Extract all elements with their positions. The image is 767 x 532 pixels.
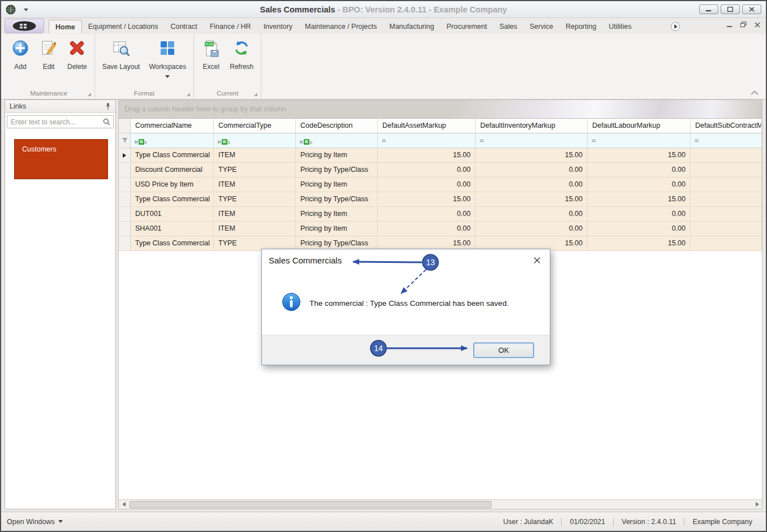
dialog-close-icon[interactable] — [531, 254, 543, 266]
grid-cell[interactable]: 15.00 — [476, 192, 588, 207]
tab-manufacturing[interactable]: Manufacturing — [383, 20, 440, 33]
ok-button[interactable]: OK — [473, 343, 534, 358]
grid-cell[interactable] — [691, 192, 762, 207]
ribbon-collapse-icon[interactable] — [750, 90, 759, 96]
tab-utilities[interactable]: Utilities — [602, 20, 637, 33]
pin-icon[interactable] — [105, 103, 111, 110]
column-header[interactable]: CommercialName — [131, 119, 214, 133]
filter-cell[interactable]: RBc — [131, 133, 214, 148]
grid-cell[interactable]: Pricing by Item — [296, 222, 378, 236]
group-launcher-icon[interactable] — [187, 93, 190, 96]
grid-cell[interactable]: 0.00 — [476, 222, 588, 236]
grid-cell[interactable]: 0.00 — [588, 207, 691, 222]
grid-cell[interactable] — [691, 163, 762, 178]
filter-cell[interactable]: = — [691, 133, 762, 148]
column-header[interactable]: DefaultLabourMarkup — [588, 119, 691, 133]
grid-cell[interactable]: 0.00 — [378, 178, 476, 192]
table-row[interactable]: Type Class CommercialITEMPricing by Item… — [119, 148, 762, 163]
customers-tile[interactable]: Customers — [14, 139, 108, 179]
add-button[interactable]: Add — [6, 35, 35, 72]
search-icon[interactable] — [103, 118, 110, 126]
grid-cell[interactable]: ITEM — [214, 148, 296, 163]
grid-cell[interactable]: 0.00 — [588, 222, 691, 236]
application-menu-button[interactable] — [5, 19, 44, 33]
tab-inventory[interactable]: Inventory — [257, 20, 299, 33]
grid-cell[interactable]: Pricing by Item — [296, 178, 378, 192]
save-layout-button[interactable]: Save Layout — [98, 35, 145, 72]
ribbon-close-icon[interactable] — [755, 22, 760, 28]
minimize-button[interactable] — [699, 5, 718, 14]
table-row[interactable]: SHA001ITEMPricing by Item0.000.000.00 — [119, 222, 762, 236]
grid-cell[interactable]: 15.00 — [588, 236, 691, 251]
grid-cell[interactable]: 15.00 — [378, 148, 476, 163]
grid-cell[interactable]: 0.00 — [476, 163, 588, 178]
grid-cell[interactable]: ITEM — [214, 178, 296, 192]
filter-row-icon[interactable] — [119, 133, 131, 148]
table-row[interactable]: Discount CommercialTYPEPricing by Type/C… — [119, 163, 762, 178]
grid-cell[interactable]: 0.00 — [588, 163, 691, 178]
grid-cell[interactable]: Pricing by Type/Class — [296, 163, 378, 178]
excel-button[interactable]: XLSX Excel — [197, 35, 225, 72]
grid-cell[interactable]: USD Price by Item — [131, 178, 214, 192]
grid-cell[interactable]: SHA001 — [131, 222, 214, 236]
grid-cell[interactable]: 0.00 — [476, 178, 588, 192]
grid-cell[interactable]: ITEM — [214, 207, 296, 222]
filter-cell[interactable]: = — [588, 133, 691, 148]
ribbon-restore-icon[interactable] — [740, 21, 747, 28]
column-header[interactable]: CodeDescription — [296, 119, 378, 133]
grid-cell[interactable]: 0.00 — [378, 207, 476, 222]
tab-scroll-right-icon[interactable] — [671, 22, 680, 31]
group-launcher-icon[interactable] — [88, 93, 91, 96]
grid-cell[interactable]: 0.00 — [378, 222, 476, 236]
table-row[interactable]: DUT001ITEMPricing by Item0.000.000.00 — [119, 207, 762, 222]
table-row[interactable]: USD Price by ItemITEMPricing by Item0.00… — [119, 178, 762, 192]
scroll-left-icon[interactable] — [119, 500, 128, 509]
grid-cell[interactable]: ITEM — [214, 222, 296, 236]
grid-cell[interactable] — [691, 222, 762, 236]
grid-cell[interactable]: 15.00 — [476, 148, 588, 163]
grid-cell[interactable]: 15.00 — [378, 192, 476, 207]
grid-cell[interactable]: 15.00 — [588, 148, 691, 163]
ribbon-minimize-icon[interactable] — [727, 22, 732, 28]
horizontal-scrollbar[interactable] — [119, 499, 762, 509]
column-header[interactable]: CommercialType — [214, 119, 296, 133]
grid-cell[interactable]: TYPE — [214, 163, 296, 178]
column-header[interactable]: DefaultAssetMarkup — [378, 119, 476, 133]
tab-finance-hr[interactable]: Finance / HR — [204, 20, 257, 33]
tab-reporting[interactable]: Reporting — [559, 20, 602, 33]
grid-cell[interactable]: Pricing by Item — [296, 207, 378, 222]
column-header[interactable]: DefaultSubContractM — [691, 119, 762, 133]
workspaces-button[interactable]: Workspaces — [144, 35, 191, 79]
grid-cell[interactable]: Type Class Commercial — [131, 236, 214, 251]
filter-cell[interactable]: = — [476, 133, 588, 148]
grid-cell[interactable] — [691, 236, 762, 251]
grid-cell[interactable]: Type Class Commercial — [131, 148, 214, 163]
grid-cell[interactable]: DUT001 — [131, 207, 214, 222]
grid-cell[interactable] — [691, 148, 762, 163]
tab-procurement[interactable]: Procurement — [440, 20, 493, 33]
app-icon[interactable] — [6, 5, 16, 15]
delete-button[interactable]: Delete — [63, 35, 92, 72]
grid-cell[interactable]: 15.00 — [588, 192, 691, 207]
scroll-right-icon[interactable] — [752, 500, 762, 509]
maximize-button[interactable] — [721, 5, 740, 14]
grid-cell[interactable]: Pricing by Type/Class — [296, 192, 378, 207]
tab-maintenance-projects[interactable]: Maintenance / Projects — [299, 20, 383, 33]
filter-cell[interactable]: = — [378, 133, 476, 148]
filter-cell[interactable]: RBc — [214, 133, 296, 148]
grid-cell[interactable] — [691, 207, 762, 222]
column-header[interactable]: DefaultInventoryMarkup — [476, 119, 588, 133]
search-input[interactable] — [7, 118, 103, 126]
grid-cell[interactable] — [691, 178, 762, 192]
grid-cell[interactable]: Type Class Commercial — [131, 192, 214, 207]
tab-home[interactable]: Home — [49, 20, 82, 33]
tab-contract[interactable]: Contract — [164, 20, 203, 33]
grid-cell[interactable]: 0.00 — [378, 163, 476, 178]
grid-cell[interactable]: TYPE — [214, 192, 296, 207]
tab-service[interactable]: Service — [523, 20, 559, 33]
open-windows-dropdown[interactable]: Open Windows — [7, 518, 63, 526]
tab-sales[interactable]: Sales — [493, 20, 523, 33]
group-by-bar[interactable]: Drag a column header here to group by th… — [119, 100, 762, 119]
close-button[interactable] — [742, 5, 761, 14]
scrollbar-thumb[interactable] — [130, 501, 492, 508]
